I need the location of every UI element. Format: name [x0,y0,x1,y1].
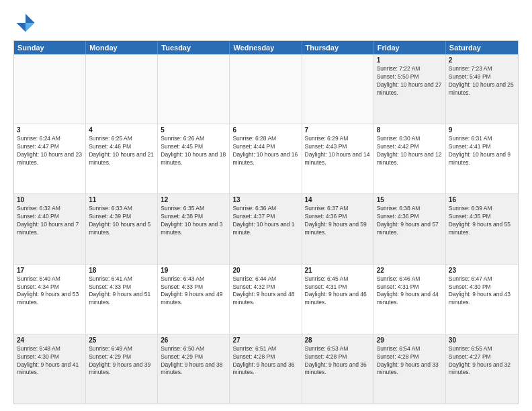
day-info-5: Sunrise: 6:26 AM Sunset: 4:45 PM Dayligh… [161,135,226,167]
day-number-25: 25 [89,336,154,344]
header-sunday: Sunday [14,41,86,54]
day-number-8: 8 [377,126,443,134]
calendar-cell-1-0: 3Sunrise: 6:24 AM Sunset: 4:47 PM Daylig… [14,124,86,193]
calendar-cell-2-3: 13Sunrise: 6:36 AM Sunset: 4:37 PM Dayli… [230,194,302,263]
day-number-18: 18 [89,267,154,274]
day-info-24: Sunrise: 6:48 AM Sunset: 4:30 PM Dayligh… [17,345,83,377]
calendar-cell-3-5: 22Sunrise: 6:46 AM Sunset: 4:31 PM Dayli… [374,265,446,334]
day-info-20: Sunrise: 6:44 AM Sunset: 4:32 PM Dayligh… [232,275,298,308]
day-info-13: Sunrise: 6:36 AM Sunset: 4:37 PM Dayligh… [232,205,298,237]
calendar-cell-3-2: 19Sunrise: 6:43 AM Sunset: 4:33 PM Dayli… [158,265,230,334]
calendar-cell-4-4: 28Sunrise: 6:53 AM Sunset: 4:28 PM Dayli… [302,334,374,404]
calendar: SundayMondayTuesdayWednesdayThursdayFrid… [13,40,519,404]
day-number-10: 10 [17,196,83,203]
calendar-cell-4-5: 29Sunrise: 6:54 AM Sunset: 4:28 PM Dayli… [374,334,446,404]
day-number-29: 29 [377,336,443,344]
calendar-cell-3-0: 17Sunrise: 6:40 AM Sunset: 4:34 PM Dayli… [14,265,86,334]
calendar-cell-1-6: 9Sunrise: 6:31 AM Sunset: 4:41 PM Daylig… [446,124,518,193]
day-info-18: Sunrise: 6:41 AM Sunset: 4:33 PM Dayligh… [89,275,154,308]
calendar-cell-1-1: 4Sunrise: 6:25 AM Sunset: 4:46 PM Daylig… [86,124,158,193]
header [13,11,519,35]
day-info-27: Sunrise: 6:51 AM Sunset: 4:28 PM Dayligh… [232,345,298,377]
day-info-8: Sunrise: 6:30 AM Sunset: 4:42 PM Dayligh… [377,135,443,167]
calendar-row-3: 17Sunrise: 6:40 AM Sunset: 4:34 PM Dayli… [14,265,518,334]
day-info-4: Sunrise: 6:25 AM Sunset: 4:46 PM Dayligh… [89,135,154,167]
day-number-9: 9 [449,126,515,134]
day-info-23: Sunrise: 6:47 AM Sunset: 4:30 PM Dayligh… [449,275,515,308]
day-info-25: Sunrise: 6:49 AM Sunset: 4:29 PM Dayligh… [89,345,154,377]
day-number-17: 17 [17,267,83,274]
day-info-30: Sunrise: 6:55 AM Sunset: 4:27 PM Dayligh… [449,345,515,377]
calendar-row-2: 10Sunrise: 6:32 AM Sunset: 4:40 PM Dayli… [14,194,518,264]
calendar-row-0: 1Sunrise: 7:22 AM Sunset: 5:50 PM Daylig… [14,54,518,124]
day-number-30: 30 [449,336,515,344]
calendar-cell-3-4: 21Sunrise: 6:45 AM Sunset: 4:31 PM Dayli… [302,265,374,334]
header-tuesday: Tuesday [158,41,230,54]
calendar-cell-0-4 [302,54,374,124]
day-info-3: Sunrise: 6:24 AM Sunset: 4:47 PM Dayligh… [17,135,83,167]
calendar-cell-1-4: 7Sunrise: 6:29 AM Sunset: 4:43 PM Daylig… [302,124,374,193]
day-number-3: 3 [17,126,83,134]
svg-marker-0 [26,14,35,24]
calendar-cell-0-3 [230,54,302,124]
header-thursday: Thursday [302,41,374,54]
calendar-cell-3-6: 23Sunrise: 6:47 AM Sunset: 4:30 PM Dayli… [446,265,518,334]
day-number-19: 19 [161,267,226,274]
calendar-cell-0-0 [14,54,86,124]
calendar-cell-3-3: 20Sunrise: 6:44 AM Sunset: 4:32 PM Dayli… [230,265,302,334]
calendar-cell-2-6: 16Sunrise: 6:39 AM Sunset: 4:35 PM Dayli… [446,194,518,263]
calendar-cell-2-5: 15Sunrise: 6:38 AM Sunset: 4:36 PM Dayli… [374,194,446,263]
logo-icon [13,11,38,35]
day-number-26: 26 [161,336,226,344]
calendar-cell-4-1: 25Sunrise: 6:49 AM Sunset: 4:29 PM Dayli… [86,334,158,404]
calendar-cell-4-3: 27Sunrise: 6:51 AM Sunset: 4:28 PM Dayli… [230,334,302,404]
day-number-16: 16 [449,196,515,203]
calendar-cell-2-4: 14Sunrise: 6:37 AM Sunset: 4:36 PM Dayli… [302,194,374,263]
day-info-14: Sunrise: 6:37 AM Sunset: 4:36 PM Dayligh… [305,205,371,237]
day-number-6: 6 [232,126,298,134]
day-number-1: 1 [377,56,443,64]
day-number-24: 24 [17,336,83,344]
day-number-7: 7 [305,126,371,134]
day-info-1: Sunrise: 7:22 AM Sunset: 5:50 PM Dayligh… [377,65,443,97]
calendar-header: SundayMondayTuesdayWednesdayThursdayFrid… [14,41,518,54]
calendar-cell-0-5: 1Sunrise: 7:22 AM Sunset: 5:50 PM Daylig… [374,54,446,124]
calendar-cell-0-1 [86,54,158,124]
day-info-10: Sunrise: 6:32 AM Sunset: 4:40 PM Dayligh… [17,205,83,237]
day-number-28: 28 [305,336,371,344]
day-info-17: Sunrise: 6:40 AM Sunset: 4:34 PM Dayligh… [17,275,83,308]
day-number-27: 27 [232,336,298,344]
day-info-22: Sunrise: 6:46 AM Sunset: 4:31 PM Dayligh… [377,275,443,308]
day-number-5: 5 [161,126,226,134]
day-number-21: 21 [305,267,371,274]
calendar-cell-3-1: 18Sunrise: 6:41 AM Sunset: 4:33 PM Dayli… [86,265,158,334]
header-friday: Friday [374,41,446,54]
day-info-19: Sunrise: 6:43 AM Sunset: 4:33 PM Dayligh… [161,275,226,308]
calendar-cell-1-3: 6Sunrise: 6:28 AM Sunset: 4:44 PM Daylig… [230,124,302,193]
calendar-cell-4-6: 30Sunrise: 6:55 AM Sunset: 4:27 PM Dayli… [446,334,518,404]
day-number-23: 23 [449,267,515,274]
day-number-4: 4 [89,126,154,134]
day-info-29: Sunrise: 6:54 AM Sunset: 4:28 PM Dayligh… [377,345,443,377]
day-number-14: 14 [305,196,371,203]
calendar-cell-2-2: 12Sunrise: 6:35 AM Sunset: 4:38 PM Dayli… [158,194,230,263]
day-info-7: Sunrise: 6:29 AM Sunset: 4:43 PM Dayligh… [305,135,371,167]
day-info-21: Sunrise: 6:45 AM Sunset: 4:31 PM Dayligh… [305,275,371,308]
day-info-6: Sunrise: 6:28 AM Sunset: 4:44 PM Dayligh… [232,135,298,167]
day-number-22: 22 [377,267,443,274]
day-info-16: Sunrise: 6:39 AM Sunset: 4:35 PM Dayligh… [449,205,515,237]
header-saturday: Saturday [446,41,518,54]
day-info-26: Sunrise: 6:50 AM Sunset: 4:29 PM Dayligh… [161,345,226,377]
header-wednesday: Wednesday [230,41,302,54]
day-number-13: 13 [232,196,298,203]
day-info-28: Sunrise: 6:53 AM Sunset: 4:28 PM Dayligh… [305,345,371,377]
day-number-11: 11 [89,196,154,203]
day-number-20: 20 [232,267,298,274]
day-info-9: Sunrise: 6:31 AM Sunset: 4:41 PM Dayligh… [449,135,515,167]
calendar-row-4: 24Sunrise: 6:48 AM Sunset: 4:30 PM Dayli… [14,334,518,404]
calendar-body: 1Sunrise: 7:22 AM Sunset: 5:50 PM Daylig… [14,54,518,404]
calendar-cell-1-2: 5Sunrise: 6:26 AM Sunset: 4:45 PM Daylig… [158,124,230,193]
calendar-row-1: 3Sunrise: 6:24 AM Sunset: 4:47 PM Daylig… [14,124,518,194]
calendar-cell-0-6: 2Sunrise: 7:23 AM Sunset: 5:49 PM Daylig… [446,54,518,124]
header-monday: Monday [86,41,158,54]
